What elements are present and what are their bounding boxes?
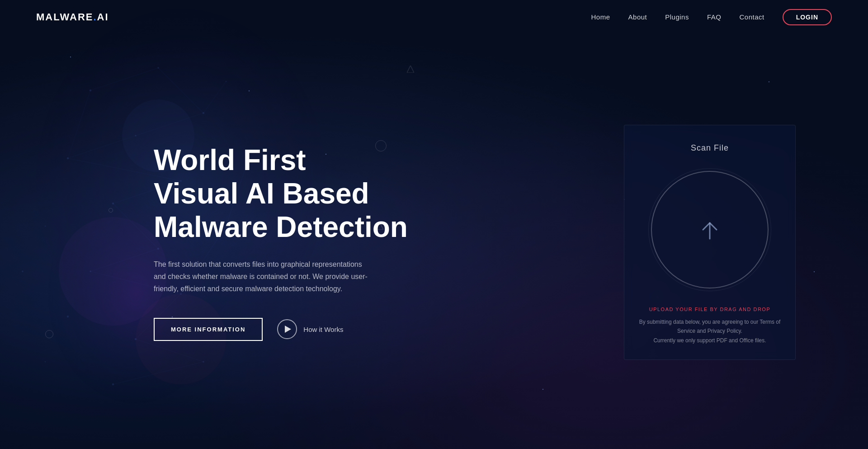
hero-description: The first solution that converts files i… [154,258,371,295]
nav-links: Home About Plugins FAQ Contact LOGIN [591,9,832,25]
hero-title-line1: World First [154,144,306,176]
arrow-up-icon [696,216,723,243]
logo-text: MALWARE.AI [36,11,109,23]
nav-link-contact[interactable]: Contact [739,13,764,21]
how-it-works-label: How it Works [303,326,343,333]
hero-title-line2: Visual AI Based [154,177,369,210]
navigation: MALWARE.AI Home About Plugins FAQ Contac… [0,0,868,34]
nav-link-faq[interactable]: FAQ [707,13,722,21]
scan-card: Scan File UPLOAD YOUR FILE BY DRAG AND D… [624,125,796,360]
logo-dot: . [93,11,97,23]
play-icon [285,326,291,333]
login-button[interactable]: LOGIN [783,9,832,25]
scan-card-title: Scan File [691,143,729,153]
nav-item-login[interactable]: LOGIN [783,9,832,25]
nav-item-plugins[interactable]: Plugins [665,13,689,21]
play-button[interactable] [277,319,297,339]
nav-item-faq[interactable]: FAQ [707,13,722,21]
upload-terms: By submitting data below, you are agreei… [638,317,782,345]
nav-item-home[interactable]: Home [591,13,610,21]
logo[interactable]: MALWARE.AI [36,11,109,23]
upload-arrow-icon [696,216,723,243]
hero-title: World First Visual AI Based Malware Dete… [154,144,434,244]
upload-drop-zone[interactable] [651,171,769,288]
support-text: Currently we only support PDF and Office… [653,337,766,344]
how-it-works-group[interactable]: How it Works [277,319,343,339]
hero-content: World First Visual AI Based Malware Dete… [154,144,470,340]
hero-section: World First Visual AI Based Malware Dete… [0,34,868,441]
terms-text: By submitting data below, you are agreei… [639,319,781,334]
nav-link-about[interactable]: About [628,13,647,21]
svg-marker-44 [285,326,291,333]
upload-prompt: UPLOAD YOUR FILE BY DRAG AND DROP [649,307,771,312]
nav-item-contact[interactable]: Contact [739,13,764,21]
nav-link-home[interactable]: Home [591,13,610,21]
hero-title-line3: Malware Detection [154,211,408,243]
hero-actions: MORE INFORMATION How it Works [154,318,434,341]
more-information-button[interactable]: MORE INFORMATION [154,318,263,341]
nav-link-plugins[interactable]: Plugins [665,13,689,21]
nav-item-about[interactable]: About [628,13,647,21]
